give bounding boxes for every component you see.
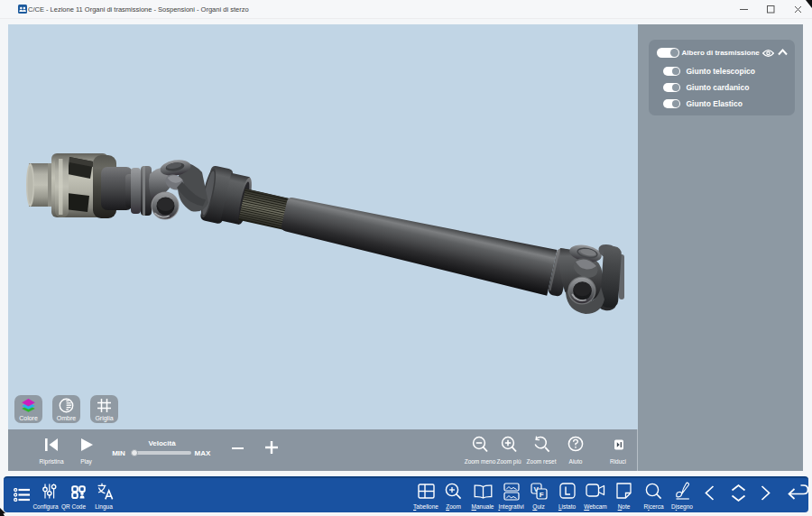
svg-text:F: F bbox=[539, 491, 543, 499]
